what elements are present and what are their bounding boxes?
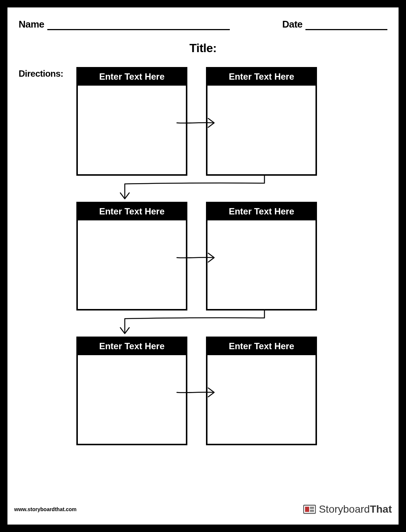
flow-cell-1[interactable]: Enter Text Here <box>76 67 187 176</box>
storyboard-logo-icon <box>303 504 316 515</box>
name-label: Name <box>19 19 44 30</box>
brand-text-part1: Storyboard <box>319 503 370 515</box>
date-field-group: Date <box>282 19 387 30</box>
flow-cell-4[interactable]: Enter Text Here <box>206 202 317 310</box>
title-row: Title: <box>19 41 387 55</box>
name-field-group: Name <box>19 19 230 30</box>
flow-chart-area: Enter Text Here Enter Text Here Enter Te… <box>69 67 387 458</box>
worksheet-page: Name Date Title: Directions: Enter Text … <box>7 7 399 494</box>
flow-cell-body <box>78 355 186 444</box>
flow-cell-body <box>78 220 186 309</box>
flow-cell-header: Enter Text Here <box>78 69 186 86</box>
flow-cell-header: Enter Text Here <box>207 203 315 220</box>
flow-cell-body <box>78 86 186 174</box>
flow-cell-body <box>207 86 315 174</box>
brand-logo: StoryboardThat <box>303 503 392 515</box>
directions-label: Directions: <box>19 67 69 458</box>
flow-cell-6[interactable]: Enter Text Here <box>206 337 317 445</box>
svg-rect-2 <box>310 507 314 509</box>
flow-cell-3[interactable]: Enter Text Here <box>76 202 187 310</box>
content-row: Directions: Enter Text Here Enter Text H… <box>19 67 387 458</box>
svg-rect-3 <box>310 510 314 512</box>
arrow-down-left-icon <box>117 175 266 205</box>
brand-text-part2: That <box>370 503 392 515</box>
flow-cell-5[interactable]: Enter Text Here <box>76 337 187 445</box>
flow-cell-header: Enter Text Here <box>78 338 186 355</box>
header-row: Name Date <box>19 19 387 30</box>
flow-cell-body <box>207 220 315 309</box>
footer-url: www.storyboardthat.com <box>14 506 77 512</box>
worksheet-outer: Name Date Title: Directions: Enter Text … <box>0 0 406 532</box>
flow-cell-header: Enter Text Here <box>78 203 186 220</box>
svg-rect-1 <box>305 507 309 512</box>
date-label: Date <box>282 19 302 30</box>
arrow-down-left-icon <box>117 310 266 340</box>
flow-cell-body <box>207 355 315 444</box>
name-input-line[interactable] <box>47 20 230 30</box>
brand-text: StoryboardThat <box>319 503 392 515</box>
flow-cell-header: Enter Text Here <box>207 69 315 86</box>
title-label: Title: <box>190 41 217 55</box>
flow-cell-2[interactable]: Enter Text Here <box>206 67 317 176</box>
date-input-line[interactable] <box>305 20 387 30</box>
footer-bar: www.storyboardthat.com StoryboardThat <box>7 494 399 525</box>
flow-cell-header: Enter Text Here <box>207 338 315 355</box>
